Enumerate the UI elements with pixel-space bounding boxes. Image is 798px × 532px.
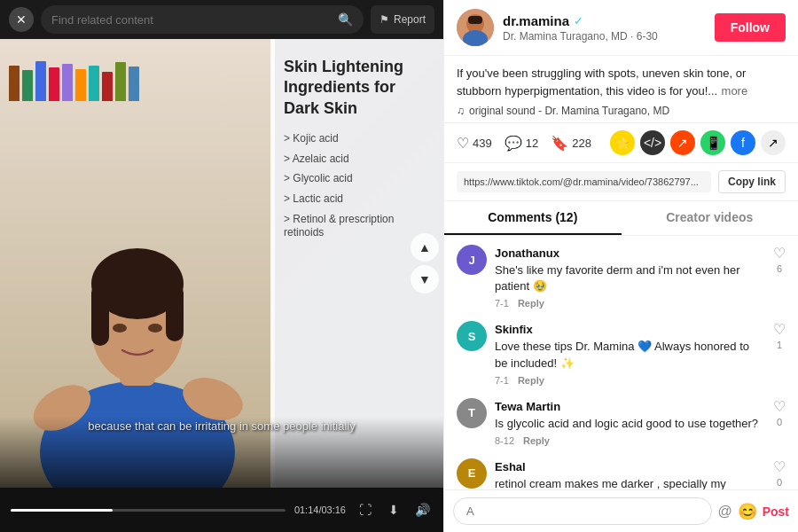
emoji-icon[interactable]: 😊 [738, 502, 757, 521]
comment-body: Skinfix Love these tips Dr. Mamina 💙 Alw… [495, 321, 765, 385]
comment-date: 8-12 [495, 435, 514, 446]
post-button[interactable]: Post [763, 505, 789, 519]
comment-text: She's like my favorite derm and i'm not … [495, 262, 765, 294]
description-area: If you've been struggling with spots, un… [444, 56, 798, 123]
share-facebook[interactable]: f [731, 130, 755, 155]
tab-comments[interactable]: Comments (12) [444, 201, 622, 235]
verified-icon: ✓ [574, 14, 583, 27]
content-card-title: Skin Lightening Ingredients for Dark Ski… [284, 57, 430, 119]
video-controls: ⛶ ⬇ 🔊 [355, 499, 433, 520]
svg-point-6 [113, 324, 127, 332]
scroll-arrows: ▲ ▼ [411, 233, 439, 293]
search-bar: 🔍 [41, 5, 364, 34]
heart-icon: ♡ [457, 135, 469, 152]
tabs-row: Comments (12) Creator videos [444, 201, 798, 236]
like-icon: ♡ [773, 458, 786, 475]
mute-icon[interactable]: 🔊 [411, 499, 433, 520]
svg-rect-5 [166, 284, 184, 341]
svg-point-7 [148, 324, 162, 332]
content-item-3: > Glycolic acid [284, 172, 430, 186]
share-more[interactable]: ↗ [761, 130, 786, 155]
comment-like[interactable]: ♡ 1 [773, 321, 786, 350]
comments-area[interactable]: J Jonathanux She's like my favorite derm… [444, 236, 798, 489]
comment-input[interactable] [453, 497, 712, 525]
comment-icon: 💬 [505, 135, 522, 152]
comment-item: T Tewa Martin Is glycolic acid and logic… [457, 398, 786, 446]
comment-username: Eshal [495, 460, 526, 473]
author-name-row: dr.mamina ✓ [503, 13, 706, 28]
share-yellow[interactable]: ⭐ [610, 130, 635, 155]
scroll-down-arrow[interactable]: ▼ [411, 265, 439, 293]
comment-like[interactable]: ♡ 6 [773, 245, 786, 274]
share-whatsapp[interactable]: 📱 [700, 130, 725, 155]
comment-item: E Eshal retinol cream makes me darker , … [457, 458, 786, 489]
share-code[interactable]: </> [640, 130, 665, 155]
engagement-bar: ♡ 439 💬 12 🔖 228 ⭐ </> ↗ 📱 f ↗ [444, 123, 798, 163]
author-name: dr.mamina [503, 13, 569, 28]
right-panel: dr.mamina ✓ Dr. Mamina Turagano, MD · 6-… [443, 0, 798, 532]
reply-button[interactable]: Reply [518, 375, 544, 386]
report-button[interactable]: ⚑ Report [371, 5, 434, 34]
progress-fill [11, 509, 113, 512]
author-info: dr.mamina ✓ Dr. Mamina Turagano, MD · 6-… [503, 13, 706, 43]
reply-button[interactable]: Reply [518, 298, 544, 309]
comment-meta: 7-1 Reply [495, 375, 765, 386]
copy-link-button[interactable]: Copy link [718, 170, 786, 193]
comment-text: Love these tips Dr. Mamina 💙 Always hono… [495, 339, 765, 371]
flag-icon: ⚑ [379, 13, 389, 26]
music-icon: ♫ [457, 105, 465, 117]
comment-item: J Jonathanux She's like my favorite derm… [457, 245, 786, 309]
like-icon: ♡ [773, 398, 786, 415]
like-icon: ♡ [773, 321, 786, 338]
share-reddit[interactable]: ↗ [670, 130, 695, 155]
bookshelf [9, 48, 266, 101]
scroll-up-arrow[interactable]: ▲ [411, 233, 439, 262]
mention-icon[interactable]: @ [717, 504, 732, 520]
tab-creator-videos[interactable]: Creator videos [622, 201, 799, 235]
comment-text: Is glycolic acid and logic acid good to … [495, 416, 765, 432]
bookmarks-count[interactable]: 🔖 228 [551, 135, 591, 152]
comments-count[interactable]: 💬 12 [505, 135, 538, 152]
sound-line: ♫ original sound - Dr. Mamina Turagano, … [457, 105, 786, 117]
comment-like[interactable]: ♡ 0 [773, 458, 786, 488]
comment-meta: 8-12 Reply [495, 435, 765, 446]
link-bar: https://www.tiktok.com/@dr.mamina/video/… [444, 163, 798, 201]
close-button[interactable]: ✕ [9, 7, 34, 32]
svg-rect-12 [468, 16, 482, 24]
expand-icon[interactable]: ⛶ [355, 499, 376, 520]
comment-body: Eshal retinol cream makes me darker , sp… [495, 458, 765, 489]
like-icon: ♡ [773, 245, 786, 262]
avatar [457, 9, 494, 46]
share-icons: ⭐ </> ↗ 📱 f ↗ [610, 130, 786, 155]
comment-avatar: J [457, 245, 487, 275]
comment-date: 7-1 [495, 375, 509, 386]
search-icon[interactable]: 🔍 [338, 12, 353, 27]
author-subtitle: Dr. Mamina Turagano, MD · 6-30 [503, 30, 706, 43]
more-button[interactable]: more [722, 84, 748, 98]
video-thumbnail: Skin Lightening Ingredients for Dark Ski… [0, 39, 443, 488]
comment-avatar: S [457, 321, 487, 351]
svg-rect-4 [91, 284, 109, 346]
comment-username: Jonathanux [495, 246, 559, 260]
content-item-2: > Azelaic acid [284, 153, 430, 167]
reply-button[interactable]: Reply [523, 435, 550, 446]
content-item-5: > Retinol & prescription retinoids [284, 213, 430, 240]
bookmark-icon: 🔖 [551, 135, 568, 152]
comment-avatar: E [457, 458, 487, 489]
follow-button[interactable]: Follow [715, 13, 786, 42]
video-area[interactable]: Skin Lightening Ingredients for Dark Ski… [0, 39, 443, 488]
link-url: https://www.tiktok.com/@dr.mamina/video/… [457, 171, 711, 192]
comment-like[interactable]: ♡ 0 [773, 398, 786, 427]
likes-count[interactable]: ♡ 439 [457, 135, 492, 152]
progress-area: 01:14/03:16 ⛶ ⬇ 🔊 [0, 488, 443, 532]
progress-bar[interactable] [11, 509, 286, 512]
comment-text: retinol cream makes me darker , speciall… [495, 476, 765, 489]
search-input[interactable] [51, 13, 338, 27]
comment-username: Skinfix [495, 323, 533, 336]
comment-input-area: @ 😊 Post [444, 489, 798, 532]
comment-meta: 7-1 Reply [495, 298, 765, 309]
content-item-1: > Kojic acid [284, 132, 430, 146]
download-icon[interactable]: ⬇ [383, 499, 404, 520]
author-header: dr.mamina ✓ Dr. Mamina Turagano, MD · 6-… [444, 0, 798, 56]
comment-body: Tewa Martin Is glycolic acid and logic a… [495, 398, 765, 446]
